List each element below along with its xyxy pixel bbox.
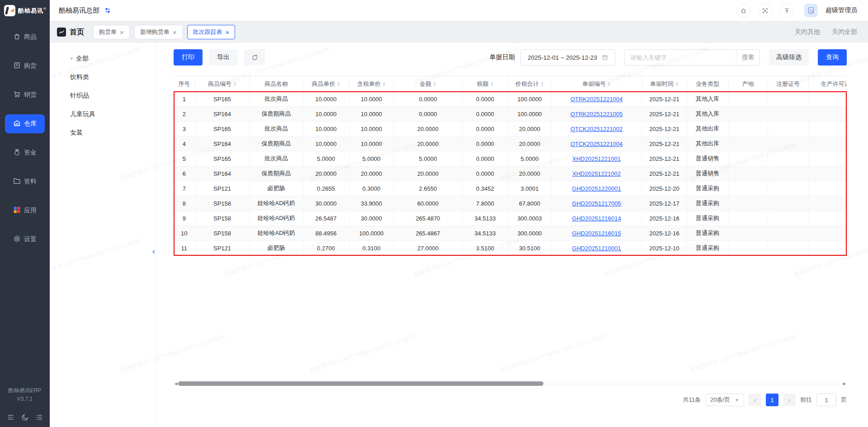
content-area: 超级管理员 138****8888 2025-12-23 09:06超级管理员 … [50,43,868,427]
column-header[interactable]: 税额▲▼ [462,76,508,92]
table-cell [768,241,808,256]
column-header: 商品名称 [250,76,303,92]
doc-number-link[interactable]: QTCK20251221004 [571,141,623,147]
scrollbar-track[interactable] [178,381,842,386]
category-item-drinks[interactable]: 饮料类 [50,68,156,86]
export-button[interactable]: 导出 [209,49,238,66]
table-cell: 6 [174,166,195,181]
sidebar-item-archive[interactable]: 资料 [5,172,45,191]
sidebar-item-sales[interactable]: 销货 [5,85,45,104]
doc-number-link[interactable]: QTRK20251221005 [571,111,623,117]
doc-number-link[interactable]: XHD20251221002 [572,170,621,177]
prev-page-button[interactable]: ‹ [749,394,761,406]
table-cell [808,226,847,241]
keyword-input[interactable] [625,50,736,65]
table-cell: 20.0000 [508,136,551,151]
doc-number-link[interactable]: QTRK20251221004 [571,96,623,103]
next-page-button[interactable]: › [783,394,796,406]
doc-number-link[interactable]: XHD20251221001 [572,155,621,162]
close-icon[interactable]: × [120,28,124,36]
horizontal-scrollbar[interactable]: ◀ ▶ [174,381,847,386]
list-menu-icon[interactable] [35,413,43,422]
table-cell: 0.3100 [349,241,394,256]
tab-purchase-order[interactable]: 购货单 × [93,25,130,39]
close-all-tabs-button[interactable]: 关闭全部 [832,28,857,36]
table-cell: 9 [174,211,195,226]
category-item-toys[interactable]: 儿童玩具 [50,105,156,123]
print-button[interactable]: 打印 [174,49,203,66]
table-cell: 11 [174,241,195,256]
category-item-womens[interactable]: 女装 [50,123,156,142]
cell-text: 34.5133 [475,230,496,237]
app-sidebar: 酷柚易讯® 商品 购货 销货 仓库 资金 资料 应用 [0,0,50,427]
goto-page-input[interactable] [816,394,836,406]
page-size-select[interactable]: 20条/页 ▼ [705,394,744,406]
collapse-sidebar-icon[interactable] [7,413,14,422]
column-header[interactable]: 单据时间▲▼ [642,76,687,92]
refresh-button[interactable] [244,49,265,66]
column-header[interactable]: 价税合计▲▼ [508,76,551,92]
column-header[interactable]: 含税单价▲▼ [349,76,394,92]
doc-number-link[interactable]: GHD20251217005 [572,200,621,207]
sidebar-item-label: 销货 [24,91,37,99]
category-item-all[interactable]: ▼ 全部 [50,49,156,68]
table-cell: 2025-12-16 [642,211,687,226]
sidebar-item-funds[interactable]: 资金 [5,143,45,162]
sort-icon[interactable]: ▲▼ [337,81,340,87]
doc-number-link[interactable]: GHD20251210001 [572,245,621,252]
date-range-input[interactable]: 2025-12-01 ~ 2025-12-23 [520,49,615,66]
cell-text: SP165 [213,155,231,162]
sidebar-item-settings[interactable]: 设置 [5,230,45,249]
main-menu: 商品 购货 销货 仓库 资金 资料 应用 设置 [0,21,50,249]
category-item-knitwear[interactable]: 针织品 [50,86,156,105]
sort-icon[interactable]: ▲▼ [233,81,236,87]
scrollbar-thumb[interactable] [178,381,543,386]
tab-new-purchase-order[interactable]: 新增购货单 × [134,25,183,39]
close-icon[interactable]: × [173,28,177,36]
scroll-right-arrow-icon[interactable]: ▶ [842,381,847,386]
current-user-name[interactable]: 超级管理员 [826,6,857,14]
switch-company-icon[interactable] [104,7,111,14]
cell-text: 普通采购 [696,185,719,192]
current-page-button[interactable]: 1 [766,394,778,406]
table-row: 3SP165批次商品10.000010.000020.00000.000020.… [174,122,847,136]
close-other-tabs-button[interactable]: 关闭其他 [795,28,820,36]
search-suffix-button[interactable]: 搜索 [736,50,760,65]
doc-number-link[interactable]: QTCK20251221002 [571,126,623,132]
tab-home[interactable]: 首页 [57,28,84,37]
sidebar-item-goods[interactable]: 商品 [5,28,45,47]
doc-number-link[interactable]: GHD20251216015 [572,230,621,237]
column-header[interactable]: 单据编号▲▼ [551,76,642,92]
cell-text: 0.3452 [476,185,494,192]
sidebar-item-warehouse[interactable]: 仓库 [5,114,45,133]
user-avatar[interactable] [804,4,818,17]
sidebar-item-apps[interactable]: 应用 [5,201,45,220]
sidebar-item-purchase[interactable]: 购货 [5,56,45,75]
fullscreen-button[interactable] [758,4,772,18]
query-button[interactable]: 查询 [818,49,847,66]
table-row: 2SP164保质期商品10.000010.00000.00000.0000100… [174,107,847,122]
column-header[interactable]: 商品编号▲▼ [195,76,250,92]
column-header: 产地 [728,76,768,92]
sort-icon[interactable]: ▲▼ [382,81,386,87]
column-header[interactable]: 金额▲▼ [394,76,462,92]
table-cell: 保质期商品 [250,107,303,122]
sort-icon[interactable]: ▲▼ [433,81,436,87]
sort-icon[interactable]: ▲▼ [608,81,611,87]
doc-number-link[interactable]: GHD20251220001 [572,185,621,192]
close-icon[interactable]: × [226,28,230,36]
sort-icon[interactable]: ▲▼ [491,81,494,87]
cell-text: 1 [183,96,186,103]
collapse-panel-chevron-icon[interactable]: ‹ [152,247,155,255]
sort-icon[interactable]: ▲▼ [675,81,679,87]
back-to-top-button[interactable] [780,4,794,18]
column-header[interactable]: 商品单价▲▼ [303,76,349,92]
advanced-filter-button[interactable]: 高级筛选 [769,49,809,66]
doc-number-link[interactable]: GHD20251216014 [572,215,621,222]
home-button[interactable] [736,4,750,18]
scroll-left-arrow-icon[interactable]: ◀ [174,381,178,386]
dark-mode-moon-icon[interactable] [21,413,29,422]
page-size-value: 20条/页 [710,396,730,404]
tab-batch-tracking[interactable]: 批次跟踪表 × [187,25,236,39]
sort-icon[interactable]: ▲▼ [541,81,544,87]
